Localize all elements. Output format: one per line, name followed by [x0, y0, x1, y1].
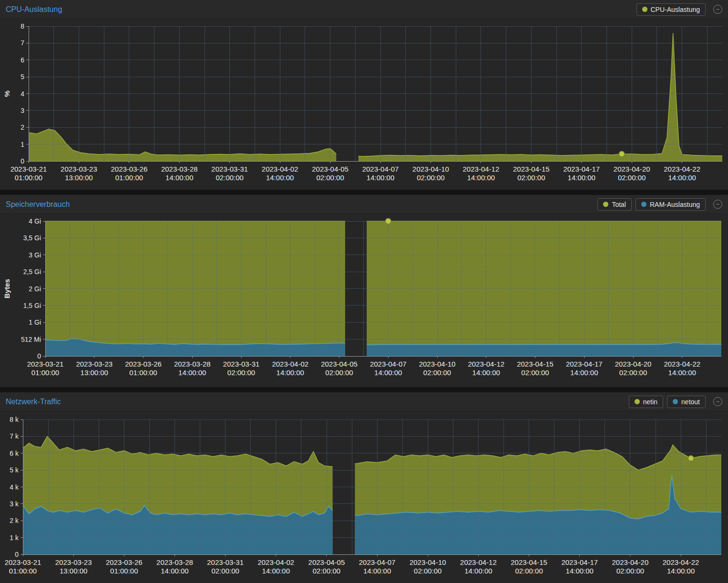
svg-text:8: 8: [21, 22, 24, 30]
cpu-usage-chart[interactable]: 0123456782023-03-2101:00:002023-03-2313:…: [0, 19, 728, 190]
svg-text:01:00:00: 01:00:00: [115, 174, 143, 182]
series-color-dot: [603, 202, 608, 207]
svg-text:02:00:00: 02:00:00: [316, 174, 344, 182]
svg-text:6 k: 6 k: [10, 450, 19, 457]
svg-text:2023-04-05: 2023-04-05: [312, 165, 349, 173]
svg-text:2023-04-10: 2023-04-10: [419, 360, 456, 368]
svg-text:02:00:00: 02:00:00: [517, 174, 545, 182]
svg-text:02:00:00: 02:00:00: [227, 368, 255, 377]
svg-text:2: 2: [21, 123, 24, 131]
svg-text:14:00:00: 14:00:00: [363, 567, 391, 575]
svg-text:01:00:00: 01:00:00: [110, 567, 138, 575]
svg-text:6: 6: [21, 56, 24, 64]
svg-text:14:00:00: 14:00:00: [566, 567, 594, 575]
svg-text:14:00:00: 14:00:00: [568, 174, 595, 182]
legend-item-netin[interactable]: netin: [629, 396, 663, 408]
collapse-icon[interactable]: −: [713, 5, 722, 14]
svg-text:02:00:00: 02:00:00: [414, 567, 441, 575]
svg-text:2023-03-23: 2023-03-23: [76, 360, 113, 368]
svg-text:2023-04-20: 2023-04-20: [615, 360, 652, 368]
svg-text:2023-03-31: 2023-03-31: [207, 558, 244, 566]
svg-text:2023-04-07: 2023-04-07: [359, 558, 396, 566]
svg-text:7: 7: [21, 39, 24, 47]
svg-text:3 k: 3 k: [10, 500, 19, 508]
svg-text:512 Mi: 512 Mi: [21, 336, 41, 343]
legend-item-netout[interactable]: netout: [667, 396, 706, 408]
svg-text:13:00:00: 13:00:00: [81, 368, 108, 377]
svg-text:2023-04-22: 2023-04-22: [664, 165, 700, 173]
svg-text:14:00:00: 14:00:00: [467, 174, 495, 182]
svg-text:2023-03-26: 2023-03-26: [111, 165, 148, 173]
legend-item-cpu-auslastung[interactable]: CPU-Auslastung: [636, 3, 706, 16]
svg-text:14:00:00: 14:00:00: [266, 174, 294, 182]
svg-text:01:00:00: 01:00:00: [129, 368, 157, 377]
svg-text:13:00:00: 13:00:00: [65, 174, 92, 182]
svg-text:1 Gi: 1 Gi: [29, 318, 41, 326]
svg-text:2023-03-26: 2023-03-26: [125, 360, 162, 368]
svg-text:2023-03-26: 2023-03-26: [106, 558, 143, 566]
svg-text:2023-03-21: 2023-03-21: [27, 360, 64, 368]
svg-text:02:00:00: 02:00:00: [325, 368, 353, 377]
svg-text:1: 1: [21, 141, 24, 148]
svg-text:2023-04-10: 2023-04-10: [410, 558, 446, 566]
svg-text:4: 4: [21, 90, 24, 98]
svg-text:2 k: 2 k: [10, 517, 19, 524]
legend-label: Total: [612, 201, 626, 208]
panel-network-header: Netzwerk-Traffic netin netout −: [0, 392, 728, 411]
svg-text:14:00:00: 14:00:00: [668, 174, 696, 182]
svg-text:13:00:00: 13:00:00: [60, 567, 87, 575]
svg-text:14:00:00: 14:00:00: [667, 567, 695, 575]
svg-text:2023-04-15: 2023-04-15: [517, 360, 554, 368]
svg-text:02:00:00: 02:00:00: [515, 567, 543, 575]
svg-text:2023-04-15: 2023-04-15: [513, 165, 550, 173]
svg-text:14:00:00: 14:00:00: [367, 174, 394, 182]
monitoring-dashboard: CPU-Auslastung CPU-Auslastung − 01234567…: [0, 0, 728, 583]
svg-text:2023-03-28: 2023-03-28: [161, 165, 198, 173]
svg-text:2023-04-02: 2023-04-02: [257, 558, 294, 566]
legend-item-ram-auslastung[interactable]: RAM-Auslastung: [636, 198, 706, 211]
svg-text:2023-03-28: 2023-03-28: [174, 360, 211, 368]
svg-text:2023-04-02: 2023-04-02: [262, 165, 298, 173]
svg-text:02:00:00: 02:00:00: [423, 368, 451, 377]
svg-text:4 k: 4 k: [10, 483, 19, 491]
collapse-icon[interactable]: −: [713, 397, 722, 406]
svg-text:02:00:00: 02:00:00: [417, 174, 444, 182]
network-traffic-chart[interactable]: 01 k2 k3 k4 k5 k6 k7 k8 k2023-03-2101:00…: [0, 411, 728, 583]
svg-text:01:00:00: 01:00:00: [15, 174, 42, 182]
svg-text:14:00:00: 14:00:00: [165, 174, 193, 182]
svg-text:2023-04-12: 2023-04-12: [460, 558, 497, 566]
svg-text:8 k: 8 k: [10, 416, 19, 423]
svg-text:1 k: 1 k: [10, 534, 19, 542]
svg-text:2023-04-10: 2023-04-10: [412, 165, 449, 173]
series-color-dot: [641, 202, 646, 207]
svg-text:2023-03-23: 2023-03-23: [61, 165, 97, 173]
svg-text:14:00:00: 14:00:00: [277, 368, 304, 377]
panel-network: Netzwerk-Traffic netin netout − 01 k2 k3…: [0, 392, 728, 583]
svg-text:01:00:00: 01:00:00: [9, 567, 37, 575]
panel-cpu-header: CPU-Auslastung CPU-Auslastung −: [0, 0, 728, 19]
panel-memory-header: Speicherverbrauch Total RAM-Auslastung −: [0, 195, 728, 214]
svg-text:02:00:00: 02:00:00: [521, 368, 549, 377]
legend-item-total[interactable]: Total: [597, 198, 632, 211]
legend-label: netout: [681, 398, 700, 406]
svg-text:14:00:00: 14:00:00: [178, 368, 206, 377]
svg-text:3,5 Gi: 3,5 Gi: [23, 234, 41, 242]
svg-text:3: 3: [21, 107, 24, 114]
svg-text:1,5 Gi: 1,5 Gi: [23, 302, 41, 309]
svg-text:14:00:00: 14:00:00: [161, 567, 188, 575]
svg-text:2023-04-15: 2023-04-15: [511, 558, 547, 566]
legend: CPU-Auslastung: [636, 3, 706, 16]
svg-text:2 Gi: 2 Gi: [29, 285, 41, 293]
collapse-icon[interactable]: −: [713, 200, 722, 209]
svg-text:02:00:00: 02:00:00: [313, 567, 340, 575]
svg-text:2023-04-17: 2023-04-17: [566, 360, 603, 368]
memory-usage-chart[interactable]: 0512 Mi1 Gi1,5 Gi2 Gi2,5 Gi3 Gi3,5 Gi4 G…: [0, 214, 728, 387]
svg-text:14:00:00: 14:00:00: [570, 368, 598, 377]
series-color-dot: [635, 399, 640, 404]
svg-text:02:00:00: 02:00:00: [616, 567, 644, 575]
svg-text:02:00:00: 02:00:00: [216, 174, 244, 182]
svg-text:7 k: 7 k: [10, 432, 19, 440]
legend-label: netin: [643, 398, 657, 406]
svg-text:2023-04-20: 2023-04-20: [612, 558, 649, 566]
svg-text:0: 0: [37, 352, 41, 360]
